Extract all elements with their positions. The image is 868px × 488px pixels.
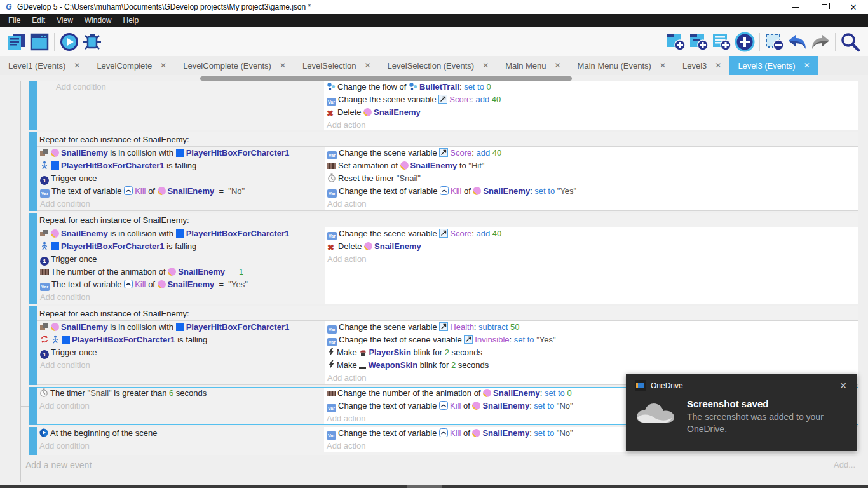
condition-line[interactable]: PlayerHitBoxForCharcter1 is falling [37, 334, 325, 346]
action-line[interactable]: Add action [325, 253, 858, 266]
add-subevent-icon [689, 32, 709, 52]
condition-line[interactable]: PlayerHitBoxForCharcter1 is falling [37, 240, 325, 253]
close-button[interactable]: ✕ [839, 0, 868, 14]
delete-event-button[interactable] [763, 30, 786, 53]
snail-icon [400, 161, 409, 172]
toast-title: Screenshot saved [687, 398, 846, 409]
action-line[interactable]: Make WeaponSkin blink for 2 seconds [325, 359, 858, 372]
debug-button[interactable] [81, 30, 104, 53]
horizontal-scrollbar-thumb[interactable] [200, 76, 572, 81]
tab-levelcomplete[interactable]: LevelComplete✕ [88, 56, 175, 75]
action-line[interactable]: Make PlayerSkin blink for 2 seconds [325, 346, 858, 359]
menu-item-help[interactable]: Help [118, 14, 145, 27]
scene-editor-button[interactable] [28, 30, 51, 53]
tab-close-icon[interactable]: ✕ [280, 61, 286, 70]
tab-main-menu-events-[interactable]: Main Menu (Events)✕ [569, 56, 674, 75]
tab-close-icon[interactable]: ✕ [74, 61, 80, 70]
variable-name: Score [450, 229, 471, 238]
condition-line[interactable]: PlayerHitBoxForCharcter1 is falling [37, 159, 325, 172]
condition-line[interactable]: The timer "Snail" is greater than 6 seco… [37, 387, 324, 400]
action-line[interactable]: VarChange the scene variable Score: add … [325, 227, 858, 240]
event-drag-handle[interactable] [29, 132, 37, 211]
repeat-event-header[interactable]: Repeat for each instance of SnailEnemy: [37, 132, 858, 146]
text-token: Change the text of scene variable [339, 335, 464, 344]
redo-button[interactable] [809, 30, 832, 53]
condition-line[interactable]: VarThe text of variable Kill of SnailEne… [37, 278, 325, 291]
action-line[interactable]: VarChange the text of scene variable Inv… [325, 334, 858, 346]
action-line[interactable]: VarChange the scene variable Score: add … [324, 93, 858, 106]
condition-line[interactable]: Add condition [37, 400, 324, 412]
condition-line[interactable]: SnailEnemy is in collision with PlayerHi… [37, 321, 325, 334]
add-button[interactable]: Add... [834, 460, 858, 470]
event-drag-handle[interactable] [29, 213, 37, 304]
repeat-event-header[interactable]: Repeat for each instance of SnailEnemy: [37, 213, 858, 227]
menu-item-view[interactable]: View [51, 14, 79, 27]
tab-close-icon[interactable]: ✕ [804, 61, 810, 70]
tab-levelcomplete-events-[interactable]: LevelComplete (Events)✕ [175, 56, 294, 75]
condition-line[interactable]: SnailEnemy is in collision with PlayerHi… [37, 147, 325, 159]
action-line[interactable]: VarChange the scene variable Score: add … [325, 147, 858, 159]
action-line[interactable]: Reset the timer "Snail" [325, 172, 858, 185]
restore-button[interactable] [810, 0, 839, 14]
undo-button[interactable] [786, 30, 809, 53]
text-token: seconds [173, 388, 207, 398]
menu-item-edit[interactable]: Edit [26, 14, 51, 27]
action-line[interactable]: ✖Delete SnailEnemy [325, 240, 858, 253]
number-value: 2 [445, 348, 449, 357]
action-line[interactable]: VarChange the text of variable Kill of S… [325, 185, 858, 198]
condition-line[interactable]: The number of the animation of SnailEnem… [37, 266, 325, 278]
add-new-event-placeholder[interactable]: Add a new event [23, 460, 92, 470]
tab-close-icon[interactable]: ✕ [482, 61, 489, 70]
tab-levelselection[interactable]: LevelSelection✕ [294, 56, 379, 75]
condition-line[interactable]: Add condition [37, 291, 325, 304]
condition-line[interactable]: Add condition [37, 81, 324, 93]
bluebox-icon [51, 161, 59, 172]
event-drag-handle[interactable] [29, 81, 37, 130]
tab-level3-events-[interactable]: Level3 (Events)✕ [729, 56, 818, 75]
minimize-button[interactable] [780, 0, 810, 14]
tab-main-menu[interactable]: Main Menu✕ [497, 56, 569, 75]
taskbar-peek-thumb[interactable] [407, 485, 442, 488]
event-drag-handle[interactable] [29, 427, 37, 455]
tab-close-icon[interactable]: ✕ [555, 61, 561, 70]
operator: set to [534, 401, 554, 410]
condition-line[interactable]: 1Trigger once [37, 172, 325, 185]
condition-line[interactable]: 1Trigger once [37, 253, 325, 266]
tab-level1-events-[interactable]: Level1 (Events)✕ [0, 56, 88, 75]
tab-close-icon[interactable]: ✕ [160, 61, 166, 70]
add-action-placeholder: Add action [327, 120, 365, 130]
project-manager-button[interactable] [5, 30, 28, 53]
tab-close-icon[interactable]: ✕ [365, 61, 371, 70]
condition-line[interactable]: Add condition [37, 440, 324, 452]
action-line[interactable]: Add action [324, 119, 858, 130]
add-comment-button[interactable] [710, 30, 733, 53]
action-line[interactable]: Add action [325, 198, 858, 210]
menu-item-window[interactable]: Window [79, 14, 118, 27]
tab-close-icon[interactable]: ✕ [715, 61, 721, 70]
action-line[interactable]: Set animation of SnailEnemy to "Hit" [325, 159, 858, 172]
preview-play-button[interactable] [58, 30, 81, 53]
add-new-button[interactable] [733, 30, 756, 53]
action-line[interactable]: VarChange the scene variable Health: sub… [325, 321, 858, 334]
menu-item-file[interactable]: File [3, 14, 26, 27]
condition-line[interactable]: 1Trigger once [37, 346, 325, 359]
add-condition-placeholder: Add condition [40, 292, 90, 302]
condition-line[interactable]: SnailEnemy is in collision with PlayerHi… [37, 227, 325, 240]
search-button[interactable] [839, 30, 862, 53]
condition-line[interactable]: VarThe text of variable Kill of SnailEne… [37, 185, 325, 198]
toast-close-icon[interactable]: ✕ [837, 381, 850, 391]
tab-close-icon[interactable]: ✕ [660, 61, 666, 70]
event-drag-handle[interactable] [29, 306, 37, 385]
action-line[interactable]: ✖Delete SnailEnemy [324, 106, 858, 119]
repeat-event-header[interactable]: Repeat for each instance of SnailEnemy: [37, 306, 858, 320]
collision-icon [40, 149, 49, 159]
add-event-button[interactable] [665, 30, 688, 53]
condition-line[interactable]: Add condition [37, 359, 325, 372]
action-line[interactable]: Change the flow of BulletTrail: set to 0 [324, 81, 858, 93]
tab-levelselection-events-[interactable]: LevelSelection (Events)✕ [379, 56, 498, 75]
add-subevent-button[interactable] [688, 30, 710, 53]
condition-line[interactable]: Add condition [37, 198, 325, 210]
event-drag-handle[interactable] [29, 387, 37, 425]
condition-line[interactable]: At the beginning of the scene [37, 427, 324, 440]
tab-level3[interactable]: Level3✕ [674, 56, 729, 75]
